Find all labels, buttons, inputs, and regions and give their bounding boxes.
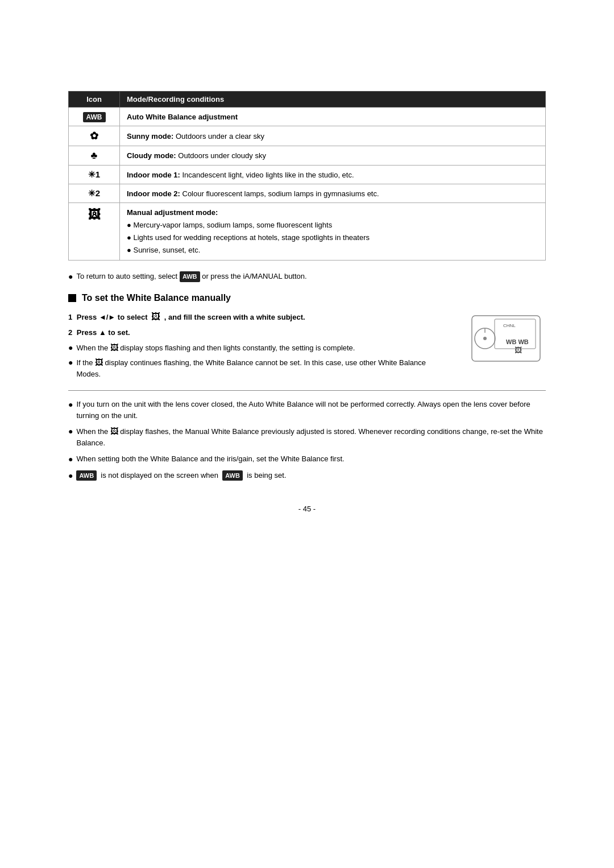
steps-content: 1 Press ◄/► to select 🖼 , and fill the s… [68, 310, 438, 382]
auto-return-note: ● To return to auto setting, select AWB … [68, 271, 546, 283]
manual-wb-icon: 🖼 [151, 312, 160, 321]
desc-indoor2: Indoor mode 2: Colour fluorescent lamps,… [120, 184, 546, 203]
divider [68, 390, 546, 391]
icon-cloudy: ♣ [69, 146, 120, 166]
table-row: ♣ Cloudy mode: Outdoors under cloudy sky [69, 146, 546, 166]
bottom-note-1: ● If you turn on the unit with the lens … [68, 399, 546, 421]
step-bullet-2: ● If the 🖼 display continues flashing, t… [68, 357, 438, 380]
page-number: - 45 - [68, 505, 546, 513]
desc-manual: Manual adjustment mode: ● Mercury-vapor … [120, 203, 546, 261]
svg-point-5 [483, 337, 487, 340]
icon-awb: AWB [69, 108, 120, 126]
step-2: 2 Press ▲ to set. [68, 327, 438, 338]
steps-area: 1 Press ◄/► to select 🖼 , and fill the s… [68, 310, 546, 382]
desc-sunny: Sunny mode: Outdoors under a clear sky [120, 126, 546, 146]
icon-manual: 🖼 [69, 203, 120, 261]
svg-text:CHNL: CHNL [503, 323, 516, 328]
camera-svg: CHNL WB WB 🖼 [449, 310, 546, 375]
black-square-icon [68, 294, 76, 302]
table-row: 🖼 Manual adjustment mode: ● Mercury-vapo… [69, 203, 546, 261]
step-1: 1 Press ◄/► to select 🖼 , and fill the s… [68, 310, 438, 324]
desc-indoor1: Indoor mode 1: Incandescent light, video… [120, 166, 546, 184]
desc-awb: Auto White Balance adjustment [120, 108, 546, 126]
svg-text:WB WB: WB WB [506, 338, 529, 345]
icon-sunny: ✿ [69, 126, 120, 146]
white-balance-table: Icon Mode/Recording conditions AWB Auto … [68, 91, 546, 261]
table-header-icon: Icon [69, 92, 120, 108]
step-bullet-1: ● When the 🖼 display stops flashing and … [68, 342, 438, 354]
icon-indoor1: ✳1 [69, 166, 120, 184]
section-title-manual-wb: To set the White Balance manually [68, 293, 546, 303]
icon-indoor2: ✳2 [69, 184, 120, 203]
table-row: ✿ Sunny mode: Outdoors under a clear sky [69, 126, 546, 146]
bottom-note-2: ● When the 🖼 display flashes, the Manual… [68, 425, 546, 449]
table-header-mode: Mode/Recording conditions [120, 92, 546, 108]
table-row: ✳2 Indoor mode 2: Colour fluorescent lam… [69, 184, 546, 203]
camera-diagram: CHNL WB WB 🖼 [449, 310, 546, 375]
table-row: ✳1 Indoor mode 1: Incandescent light, vi… [69, 166, 546, 184]
bottom-note-4: ● AWB is not displayed on the screen whe… [68, 470, 546, 482]
bottom-note-3: ● When setting both the White Balance an… [68, 453, 546, 465]
table-row: AWB Auto White Balance adjustment [69, 108, 546, 126]
svg-text:🖼: 🖼 [515, 346, 522, 354]
desc-cloudy: Cloudy mode: Outdoors under cloudy sky [120, 146, 546, 166]
